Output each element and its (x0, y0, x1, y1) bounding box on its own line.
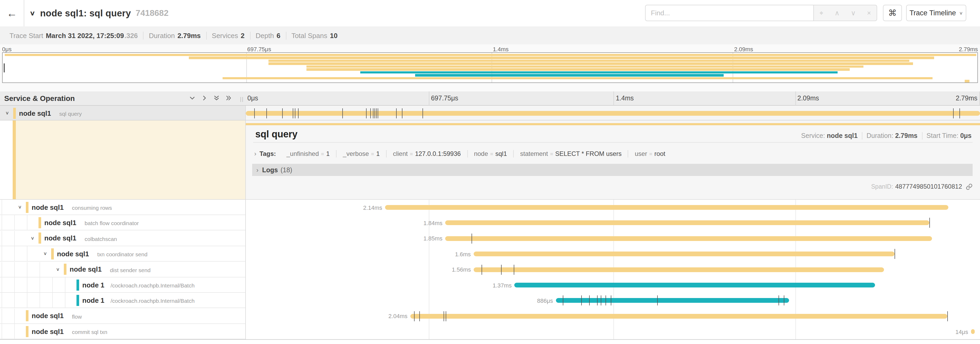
indent-guide (2, 262, 2, 277)
timeline-minimap[interactable] (2, 52, 978, 83)
indent-guide (14, 277, 15, 292)
row-collapse-chevron-icon[interactable]: ∨ (18, 205, 22, 210)
indent-guide (14, 293, 15, 308)
log-marker-tick (423, 108, 423, 118)
minimap-span-bar (269, 62, 913, 65)
collapse-trace-chevron-icon[interactable]: ∨ (30, 10, 35, 17)
span-bar-row: 1.56ms (246, 262, 980, 277)
tags-expand-chevron-icon[interactable]: › (254, 150, 256, 157)
indent-guide (2, 277, 2, 292)
span-tree-row[interactable]: node 1/cockroach.roachpb.Internal/Batch (0, 293, 245, 308)
operation-name: consuming rows (72, 205, 112, 211)
overview-axis-tick: 2.09ms (734, 46, 753, 52)
find-box[interactable] (645, 5, 814, 21)
keyboard-shortcuts-button[interactable]: ⌘ (883, 5, 902, 21)
span-id-label: SpanID: (871, 183, 893, 190)
tag-chip: _unfinished=1 (280, 150, 337, 157)
log-marker-tick (373, 108, 374, 118)
span-bar[interactable] (971, 329, 975, 334)
span-bar[interactable] (474, 251, 895, 256)
trace-view-selector[interactable]: Trace Timeline ∨ (906, 5, 966, 21)
span-tree-row[interactable]: ∨node sql1consuming rows (0, 200, 245, 215)
trace-overview: 0μs697.75μs1.4ms2.09ms2.79ms (0, 45, 980, 91)
summary-item: Duration2.79ms (144, 32, 207, 39)
span-detail-left-gutter (0, 120, 245, 200)
span-bar[interactable] (556, 298, 789, 303)
logs-expand-chevron-icon[interactable]: › (256, 166, 258, 174)
indent-guide (65, 277, 65, 292)
service-color-bar (64, 264, 67, 275)
span-id-row: SpanID: 4877749850101760812 (871, 183, 973, 190)
indent-guide (52, 277, 53, 292)
indent-guide (2, 309, 2, 323)
indent-guide (14, 246, 15, 261)
logs-label: Logs (262, 166, 278, 174)
span-bar-row-root[interactable] (246, 106, 980, 120)
span-tree-row[interactable]: node sql1flow (0, 309, 245, 324)
timeline-axis-tick: 2.79ms (956, 94, 977, 102)
span-bar[interactable] (514, 283, 875, 288)
log-marker-tick (342, 108, 343, 118)
expand-one-icon[interactable] (201, 94, 208, 101)
log-marker-tick (370, 108, 371, 118)
span-bar[interactable] (445, 221, 929, 226)
span-tree-row[interactable]: ∨node sql1txn coordinator send (0, 246, 245, 262)
tag-chip: client=127.0.0.1:59936 (387, 150, 468, 157)
span-tree-row[interactable]: node sql1batch flow coordinator (0, 215, 245, 230)
top-bar: ← ∨ node sql1: sql query 7418682 ⌖ ∧ ∨ ×… (0, 0, 980, 26)
logs-row[interactable]: › Logs (18) (252, 164, 973, 176)
find-input[interactable] (646, 9, 813, 17)
span-bar[interactable] (385, 205, 948, 210)
span-bar[interactable] (410, 314, 947, 318)
service-color-bar (51, 248, 54, 259)
clear-search-icon[interactable]: × (867, 9, 871, 17)
minimap-drag-handle[interactable] (4, 63, 5, 72)
collapse-one-icon[interactable] (189, 94, 196, 101)
row-collapse-chevron-icon[interactable]: ∨ (30, 235, 35, 240)
span-tree-row[interactable]: ∨node sql1colbatchscan (0, 231, 245, 246)
service-name: node sql1 (32, 203, 64, 211)
match-case-icon[interactable]: ⌖ (819, 9, 823, 17)
indent-guide (2, 200, 2, 214)
span-bar-row: 1.6ms (246, 246, 980, 262)
collapse-all-icon[interactable] (213, 94, 220, 101)
indent-guide (2, 293, 2, 308)
span-bar[interactable] (445, 236, 932, 241)
log-marker-tick (778, 296, 779, 306)
log-marker-tick (366, 108, 366, 118)
indent-guide (40, 293, 40, 308)
span-tree-row-root[interactable]: ∨node sql1sql query (0, 106, 245, 120)
service-operation-header: Service & Operation (4, 94, 75, 102)
service-name: node sql1 (70, 265, 102, 273)
tags-row[interactable]: › Tags: _unfinished=1_verbose=1client=12… (253, 147, 672, 161)
log-marker-tick (597, 296, 597, 306)
copy-link-icon[interactable] (966, 183, 973, 190)
log-marker-tick (375, 108, 375, 118)
span-tree-row[interactable]: node 1/cockroach.roachpb.Internal/Batch (0, 277, 245, 293)
expand-all-icon[interactable] (225, 94, 232, 101)
log-marker-tick (446, 311, 446, 321)
panel-resize-grip[interactable]: || (240, 96, 244, 102)
summary-item: Total Spans10 (286, 32, 343, 39)
row-collapse-chevron-icon[interactable]: ∨ (5, 110, 9, 115)
span-bar[interactable] (246, 111, 980, 115)
column-header-separator (614, 91, 614, 106)
operation-name: batch flow coordinator (85, 220, 139, 226)
next-result-icon[interactable]: ∨ (851, 9, 856, 17)
prev-result-icon[interactable]: ∧ (834, 9, 840, 17)
span-tree-row[interactable]: node sql1commit sql txn (0, 324, 245, 339)
indent-guide (14, 262, 15, 277)
indent-guide (27, 277, 27, 292)
span-tree-row[interactable]: ∨node sql1dist sender send (0, 262, 245, 277)
log-marker-tick (481, 264, 482, 275)
row-collapse-chevron-icon[interactable]: ∨ (43, 251, 47, 256)
log-marker-tick (298, 108, 299, 118)
trace-view-label: Trace Timeline (910, 9, 956, 17)
row-collapse-chevron-icon[interactable]: ∨ (56, 267, 60, 272)
column-header-separator (429, 91, 430, 106)
span-bar[interactable] (474, 267, 884, 272)
span-duration-label: 1.6ms (455, 251, 471, 257)
log-marker-tick (267, 108, 267, 118)
log-marker-tick (255, 108, 255, 118)
back-button[interactable]: ← (0, 0, 24, 26)
